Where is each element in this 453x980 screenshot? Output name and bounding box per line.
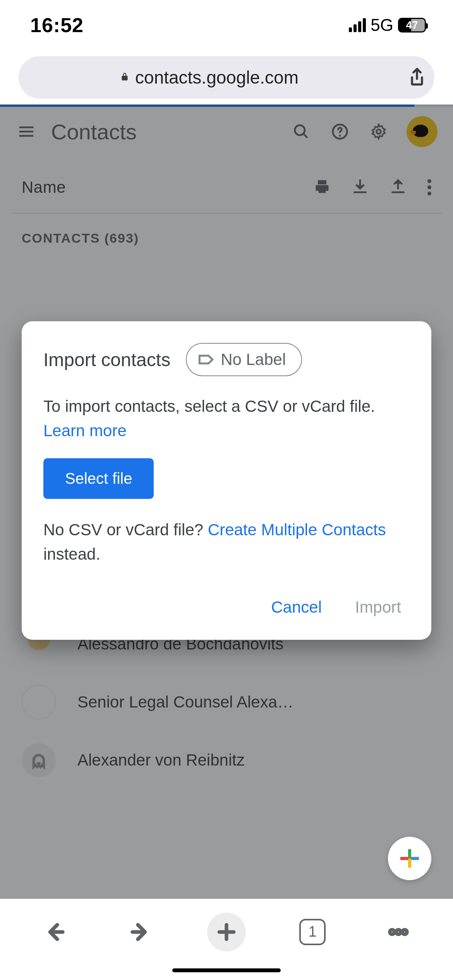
- browser-menu-button[interactable]: [379, 913, 418, 951]
- browser-url-bar[interactable]: contacts.google.com: [19, 56, 434, 99]
- status-right: 5G 47: [349, 15, 426, 35]
- home-indicator: [172, 968, 281, 972]
- import-contacts-dialog: Import contacts No Label To import conta…: [22, 321, 431, 640]
- contacts-app: Contacts Name CONTACTS (693): [0, 105, 453, 899]
- share-icon[interactable]: [400, 67, 434, 87]
- tabs-button[interactable]: 1: [293, 913, 332, 951]
- google-plus-icon: [400, 849, 419, 868]
- tab-count: 1: [299, 919, 326, 945]
- learn-more-link[interactable]: Learn more: [43, 421, 127, 440]
- signal-icon: [349, 18, 366, 32]
- create-multiple-contacts-link[interactable]: Create Multiple Contacts: [208, 521, 386, 539]
- dialog-alt-text: No CSV or vCard file? Create Multiple Co…: [43, 517, 410, 566]
- back-button[interactable]: [35, 913, 74, 951]
- svg-point-3: [390, 930, 395, 934]
- cancel-button[interactable]: Cancel: [268, 591, 325, 624]
- url-text: contacts.google.com: [135, 67, 299, 88]
- import-button[interactable]: Import: [352, 591, 404, 624]
- browser-toolbar: 1: [0, 899, 453, 980]
- lock-icon: [120, 71, 130, 84]
- battery-indicator: 47: [398, 18, 426, 33]
- status-bar: 16:52 5G 47: [0, 0, 453, 50]
- dialog-title: Import contacts: [43, 349, 170, 370]
- svg-point-5: [403, 930, 407, 934]
- select-file-button[interactable]: Select file: [43, 458, 154, 499]
- new-tab-button[interactable]: [207, 913, 246, 951]
- battery-level: 47: [406, 19, 418, 31]
- network-type: 5G: [371, 15, 393, 35]
- label-chip-text: No Label: [221, 350, 286, 369]
- svg-point-4: [396, 930, 401, 934]
- dialog-description: To import contacts, select a CSV or vCar…: [43, 394, 410, 443]
- status-time: 16:52: [30, 14, 84, 37]
- label-selector-chip[interactable]: No Label: [186, 343, 302, 376]
- create-contact-fab[interactable]: [388, 837, 431, 880]
- forward-button[interactable]: [121, 913, 160, 951]
